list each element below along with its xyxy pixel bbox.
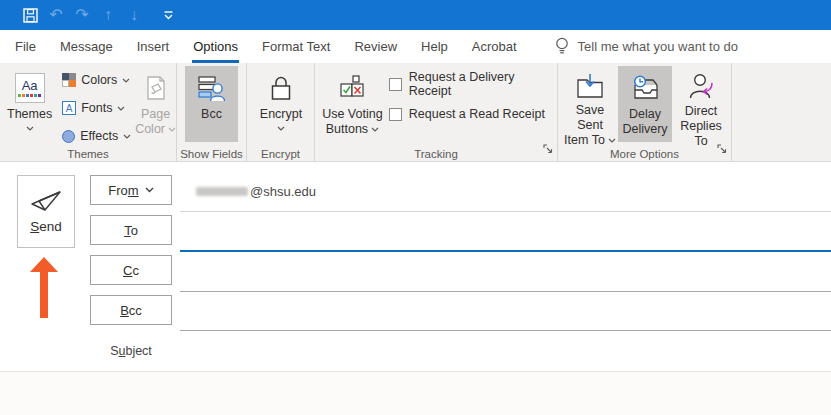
dialog-launcher-icon bbox=[717, 144, 727, 154]
compose-header: Send From To Cc Bcc @shsu.edu Subject bbox=[0, 163, 831, 415]
redo-button[interactable]: ↷ bbox=[69, 2, 95, 28]
chevron-down-icon bbox=[123, 134, 131, 139]
tell-me-box[interactable]: Tell me what you want to do bbox=[555, 30, 738, 63]
ribbon-group-more-options: Save Sent Item To Delay De bbox=[558, 63, 732, 161]
direct-replies-to-button[interactable]: Direct Replies To bbox=[672, 66, 730, 142]
tab-options[interactable]: Options bbox=[181, 30, 250, 63]
from-field-input[interactable] bbox=[180, 211, 831, 212]
quick-access-toolbar: ↶ ↷ ↑ ↓ bbox=[17, 2, 181, 28]
tab-file[interactable]: File bbox=[3, 30, 48, 63]
tab-message[interactable]: Message bbox=[48, 30, 125, 63]
group-label-encrypt: Encrypt bbox=[247, 148, 314, 160]
folder-save-icon bbox=[576, 73, 604, 99]
chevron-down-icon bbox=[168, 127, 176, 132]
themes-button[interactable]: Aa Themes bbox=[7, 66, 52, 142]
from-address: @shsu.edu bbox=[196, 184, 316, 199]
cc-field-input[interactable] bbox=[180, 291, 831, 292]
to-label: To bbox=[124, 223, 138, 238]
tab-format-text[interactable]: Format Text bbox=[250, 30, 342, 63]
dialog-launcher-icon bbox=[543, 144, 553, 154]
page-color-button[interactable]: Page Color bbox=[135, 66, 176, 142]
customize-quick-access-toolbar-button[interactable] bbox=[155, 2, 181, 28]
titlebar: ↶ ↷ ↑ ↓ bbox=[0, 0, 831, 30]
ribbon-group-themes: Aa Themes Colors bbox=[0, 63, 177, 161]
page-color-icon bbox=[143, 73, 169, 103]
send-label: Send bbox=[30, 219, 62, 234]
lightbulb-icon bbox=[555, 37, 569, 56]
more-options-dialog-launcher-button[interactable] bbox=[717, 140, 727, 158]
move-down-button[interactable]: ↓ bbox=[121, 2, 147, 28]
up-arrow-icon: ↑ bbox=[104, 7, 112, 23]
annotation-arrow-icon bbox=[29, 257, 59, 318]
tab-help[interactable]: Help bbox=[409, 30, 460, 63]
tell-me-label: Tell me what you want to do bbox=[578, 39, 738, 54]
undo-icon: ↶ bbox=[49, 7, 62, 23]
effects-icon bbox=[62, 130, 75, 143]
chevron-down-icon bbox=[145, 187, 154, 193]
ribbon-group-show-fields: Bcc Show Fields bbox=[177, 63, 247, 161]
send-button[interactable]: Send bbox=[17, 175, 75, 248]
themes-icon: Aa bbox=[15, 73, 45, 103]
to-button[interactable]: To bbox=[90, 215, 172, 245]
colors-icon bbox=[62, 73, 76, 87]
redacted-username bbox=[196, 187, 248, 196]
bcc-button[interactable]: Bcc bbox=[185, 66, 238, 142]
undo-button[interactable]: ↶ bbox=[43, 2, 69, 28]
from-button[interactable]: From bbox=[90, 175, 172, 205]
chevron-down-icon bbox=[117, 106, 125, 111]
bcc-field-button[interactable]: Bcc bbox=[90, 295, 172, 325]
fonts-button[interactable]: A Fonts bbox=[60, 97, 133, 119]
effects-button[interactable]: Effects bbox=[60, 125, 133, 147]
group-label-more-options: More Options bbox=[558, 148, 731, 160]
group-label-tracking: Tracking bbox=[315, 148, 557, 160]
lock-icon bbox=[269, 73, 293, 103]
request-delivery-receipt-checkbox[interactable]: Request a Delivery Receipt bbox=[389, 69, 557, 99]
chevron-with-bar-icon bbox=[163, 11, 174, 20]
bcc-field-input[interactable] bbox=[180, 330, 831, 331]
chevron-down-icon bbox=[277, 126, 285, 131]
down-arrow-icon: ↓ bbox=[130, 7, 138, 23]
save-button[interactable] bbox=[17, 2, 43, 28]
to-field-input[interactable] bbox=[180, 250, 831, 252]
from-address-domain: @shsu.edu bbox=[250, 184, 316, 199]
use-voting-buttons-button[interactable]: Use Voting Buttons bbox=[322, 66, 383, 142]
chevron-down-icon bbox=[122, 78, 130, 83]
ribbon-empty-space bbox=[732, 63, 831, 161]
fonts-icon: A bbox=[62, 101, 76, 115]
voting-buttons-icon bbox=[339, 73, 365, 103]
chevron-down-icon bbox=[608, 138, 616, 143]
bcc-icon bbox=[198, 73, 225, 103]
ribbon-group-tracking: Use Voting Buttons Request a Delivery Re… bbox=[315, 63, 558, 161]
move-up-button[interactable]: ↑ bbox=[95, 2, 121, 28]
tab-insert[interactable]: Insert bbox=[125, 30, 182, 63]
checkbox-icon bbox=[389, 78, 402, 91]
message-body[interactable] bbox=[0, 372, 831, 415]
tracking-dialog-launcher-button[interactable] bbox=[543, 140, 553, 158]
group-label-show-fields: Show Fields bbox=[177, 148, 246, 160]
chevron-down-icon bbox=[371, 127, 379, 132]
tab-review[interactable]: Review bbox=[342, 30, 409, 63]
save-icon bbox=[23, 8, 38, 23]
request-read-receipt-checkbox[interactable]: Request a Read Receipt bbox=[389, 99, 557, 129]
group-label-themes: Themes bbox=[0, 148, 176, 160]
ribbon: Aa Themes Colors bbox=[0, 63, 831, 162]
colors-button[interactable]: Colors bbox=[60, 69, 133, 91]
send-paper-plane-icon bbox=[30, 190, 62, 212]
cc-label: Cc bbox=[123, 263, 139, 278]
checkbox-icon bbox=[389, 108, 402, 121]
subject-label: Subject bbox=[90, 344, 172, 358]
ribbon-tab-row: File Message Insert Options Format Text … bbox=[0, 30, 831, 63]
from-label: From bbox=[108, 183, 138, 198]
chevron-down-icon bbox=[26, 126, 34, 131]
direct-replies-icon bbox=[688, 73, 714, 100]
ribbon-group-encrypt: Encrypt Encrypt bbox=[247, 63, 315, 161]
encrypt-button[interactable]: Encrypt bbox=[253, 66, 309, 142]
cc-button[interactable]: Cc bbox=[90, 255, 172, 285]
bcc-label: Bcc bbox=[120, 303, 142, 318]
save-sent-item-to-button[interactable]: Save Sent Item To bbox=[564, 66, 616, 142]
redo-icon: ↷ bbox=[75, 7, 88, 23]
delay-delivery-button[interactable]: Delay Delivery bbox=[618, 66, 672, 142]
delay-delivery-icon bbox=[631, 73, 659, 103]
tab-acrobat[interactable]: Acrobat bbox=[460, 30, 529, 63]
